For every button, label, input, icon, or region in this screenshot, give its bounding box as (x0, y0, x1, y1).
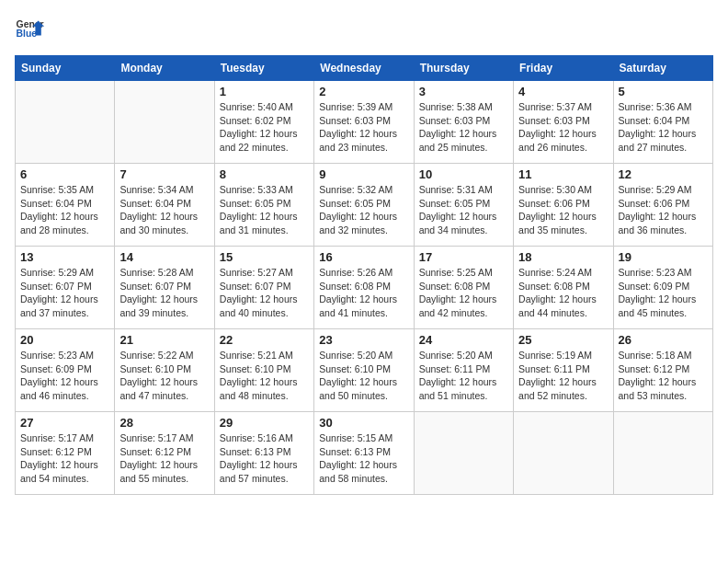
calendar-cell (514, 412, 613, 495)
day-number: 25 (518, 333, 608, 347)
day-info: Sunrise: 5:37 AM Sunset: 6:03 PM Dayligh… (518, 100, 608, 155)
day-info: Sunrise: 5:29 AM Sunset: 6:07 PM Dayligh… (20, 266, 109, 320)
calendar-cell: 7Sunrise: 5:34 AM Sunset: 6:04 PM Daylig… (115, 164, 214, 247)
day-number: 11 (518, 167, 608, 181)
week-row-5: 27Sunrise: 5:17 AM Sunset: 6:12 PM Dayli… (16, 412, 713, 495)
day-number: 14 (119, 250, 209, 264)
calendar-cell: 1Sunrise: 5:40 AM Sunset: 6:02 PM Daylig… (214, 81, 313, 164)
day-number: 20 (20, 333, 109, 347)
logo: General Blue (15, 15, 44, 44)
weekday-header-row: SundayMondayTuesdayWednesdayThursdayFrid… (16, 56, 713, 81)
calendar-cell: 27Sunrise: 5:17 AM Sunset: 6:12 PM Dayli… (16, 412, 115, 495)
day-number: 1 (220, 85, 309, 98)
calendar-cell: 24Sunrise: 5:20 AM Sunset: 6:11 PM Dayli… (414, 329, 513, 412)
calendar-cell: 3Sunrise: 5:38 AM Sunset: 6:03 PM Daylig… (414, 81, 513, 164)
day-info: Sunrise: 5:20 AM Sunset: 6:10 PM Dayligh… (319, 349, 408, 403)
calendar-cell: 29Sunrise: 5:16 AM Sunset: 6:13 PM Dayli… (214, 412, 313, 495)
weekday-header-tuesday: Tuesday (214, 56, 313, 81)
day-info: Sunrise: 5:21 AM Sunset: 6:10 PM Dayligh… (220, 349, 309, 403)
day-number: 15 (220, 250, 309, 264)
logo-icon: General Blue (15, 15, 44, 44)
calendar-cell: 20Sunrise: 5:23 AM Sunset: 6:09 PM Dayli… (16, 329, 115, 412)
calendar-cell: 30Sunrise: 5:15 AM Sunset: 6:13 PM Dayli… (314, 412, 414, 495)
week-row-3: 13Sunrise: 5:29 AM Sunset: 6:07 PM Dayli… (16, 247, 713, 329)
calendar-table: SundayMondayTuesdayWednesdayThursdayFrid… (15, 55, 713, 495)
day-number: 26 (619, 333, 708, 347)
calendar-cell: 12Sunrise: 5:29 AM Sunset: 6:06 PM Dayli… (613, 164, 712, 247)
calendar-cell (115, 81, 214, 164)
calendar-cell: 10Sunrise: 5:31 AM Sunset: 6:05 PM Dayli… (414, 164, 513, 247)
day-info: Sunrise: 5:25 AM Sunset: 6:08 PM Dayligh… (419, 266, 508, 320)
weekday-header-friday: Friday (514, 56, 613, 81)
day-info: Sunrise: 5:24 AM Sunset: 6:08 PM Dayligh… (518, 266, 608, 320)
day-number: 21 (119, 333, 209, 347)
calendar-cell: 26Sunrise: 5:18 AM Sunset: 6:12 PM Dayli… (613, 329, 712, 412)
day-number: 27 (20, 416, 109, 430)
day-number: 10 (419, 167, 508, 181)
day-number: 18 (518, 250, 608, 264)
day-info: Sunrise: 5:19 AM Sunset: 6:11 PM Dayligh… (518, 349, 608, 403)
day-info: Sunrise: 5:20 AM Sunset: 6:11 PM Dayligh… (419, 349, 508, 403)
day-number: 6 (20, 167, 109, 181)
week-row-4: 20Sunrise: 5:23 AM Sunset: 6:09 PM Dayli… (16, 329, 713, 412)
day-number: 9 (319, 167, 408, 181)
day-info: Sunrise: 5:28 AM Sunset: 6:07 PM Dayligh… (119, 266, 209, 320)
weekday-header-wednesday: Wednesday (314, 56, 414, 81)
calendar-cell: 23Sunrise: 5:20 AM Sunset: 6:10 PM Dayli… (314, 329, 414, 412)
day-number: 2 (319, 85, 408, 98)
calendar-cell: 18Sunrise: 5:24 AM Sunset: 6:08 PM Dayli… (514, 247, 613, 329)
calendar-cell: 17Sunrise: 5:25 AM Sunset: 6:08 PM Dayli… (414, 247, 513, 329)
weekday-header-monday: Monday (115, 56, 214, 81)
day-info: Sunrise: 5:18 AM Sunset: 6:12 PM Dayligh… (619, 349, 708, 403)
day-number: 29 (220, 416, 309, 430)
day-number: 16 (319, 250, 408, 264)
header: General Blue (15, 15, 713, 44)
calendar-cell: 4Sunrise: 5:37 AM Sunset: 6:03 PM Daylig… (514, 81, 613, 164)
day-number: 8 (220, 167, 309, 181)
calendar-cell: 28Sunrise: 5:17 AM Sunset: 6:12 PM Dayli… (115, 412, 214, 495)
calendar-cell (613, 412, 712, 495)
day-info: Sunrise: 5:32 AM Sunset: 6:05 PM Dayligh… (319, 183, 408, 237)
day-number: 30 (319, 416, 408, 430)
day-info: Sunrise: 5:22 AM Sunset: 6:10 PM Dayligh… (119, 349, 209, 403)
day-info: Sunrise: 5:23 AM Sunset: 6:09 PM Dayligh… (619, 266, 708, 320)
weekday-header-saturday: Saturday (613, 56, 712, 81)
day-number: 3 (419, 85, 508, 98)
calendar-cell: 16Sunrise: 5:26 AM Sunset: 6:08 PM Dayli… (314, 247, 414, 329)
calendar-cell (16, 81, 115, 164)
calendar-cell: 14Sunrise: 5:28 AM Sunset: 6:07 PM Dayli… (115, 247, 214, 329)
weekday-header-thursday: Thursday (414, 56, 513, 81)
calendar-cell: 25Sunrise: 5:19 AM Sunset: 6:11 PM Dayli… (514, 329, 613, 412)
day-number: 7 (119, 167, 209, 181)
day-number: 17 (419, 250, 508, 264)
day-info: Sunrise: 5:23 AM Sunset: 6:09 PM Dayligh… (20, 349, 109, 403)
day-info: Sunrise: 5:15 AM Sunset: 6:13 PM Dayligh… (319, 431, 408, 486)
calendar-cell: 15Sunrise: 5:27 AM Sunset: 6:07 PM Dayli… (214, 247, 313, 329)
calendar-cell: 21Sunrise: 5:22 AM Sunset: 6:10 PM Dayli… (115, 329, 214, 412)
day-number: 28 (119, 416, 209, 430)
day-number: 13 (20, 250, 109, 264)
calendar-cell: 6Sunrise: 5:35 AM Sunset: 6:04 PM Daylig… (16, 164, 115, 247)
day-info: Sunrise: 5:29 AM Sunset: 6:06 PM Dayligh… (619, 183, 708, 237)
day-number: 24 (419, 333, 508, 347)
day-info: Sunrise: 5:33 AM Sunset: 6:05 PM Dayligh… (220, 183, 309, 237)
svg-text:Blue: Blue (17, 29, 38, 39)
day-info: Sunrise: 5:40 AM Sunset: 6:02 PM Dayligh… (220, 100, 309, 155)
day-info: Sunrise: 5:17 AM Sunset: 6:12 PM Dayligh… (20, 431, 109, 486)
week-row-2: 6Sunrise: 5:35 AM Sunset: 6:04 PM Daylig… (16, 164, 713, 247)
day-info: Sunrise: 5:16 AM Sunset: 6:13 PM Dayligh… (220, 431, 309, 486)
calendar-cell: 11Sunrise: 5:30 AM Sunset: 6:06 PM Dayli… (514, 164, 613, 247)
week-row-1: 1Sunrise: 5:40 AM Sunset: 6:02 PM Daylig… (16, 81, 713, 164)
day-info: Sunrise: 5:36 AM Sunset: 6:04 PM Dayligh… (619, 100, 708, 155)
day-info: Sunrise: 5:39 AM Sunset: 6:03 PM Dayligh… (319, 100, 408, 155)
calendar-cell: 9Sunrise: 5:32 AM Sunset: 6:05 PM Daylig… (314, 164, 414, 247)
day-info: Sunrise: 5:38 AM Sunset: 6:03 PM Dayligh… (419, 100, 508, 155)
day-info: Sunrise: 5:26 AM Sunset: 6:08 PM Dayligh… (319, 266, 408, 320)
day-number: 23 (319, 333, 408, 347)
day-info: Sunrise: 5:35 AM Sunset: 6:04 PM Dayligh… (20, 183, 109, 237)
day-info: Sunrise: 5:34 AM Sunset: 6:04 PM Dayligh… (119, 183, 209, 237)
day-info: Sunrise: 5:27 AM Sunset: 6:07 PM Dayligh… (220, 266, 309, 320)
calendar-cell: 13Sunrise: 5:29 AM Sunset: 6:07 PM Dayli… (16, 247, 115, 329)
day-number: 5 (619, 85, 708, 98)
day-info: Sunrise: 5:31 AM Sunset: 6:05 PM Dayligh… (419, 183, 508, 237)
